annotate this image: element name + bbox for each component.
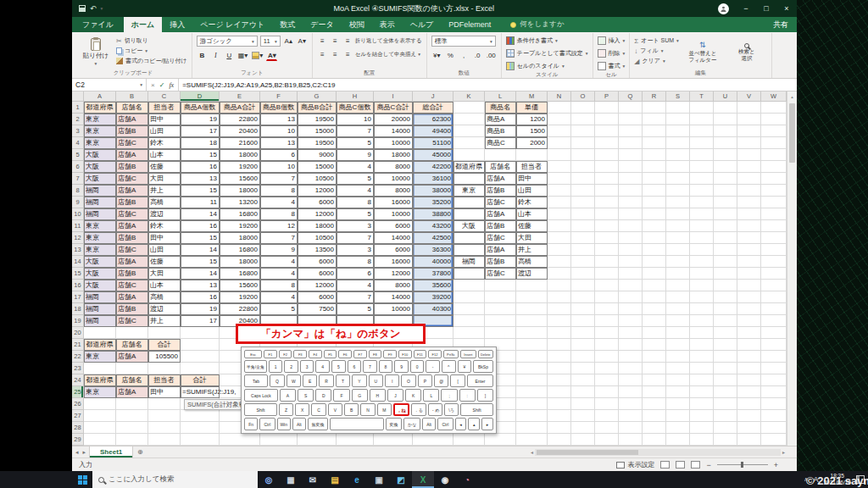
sheet-nav-left-icon[interactable]: ◂ <box>75 449 79 456</box>
cell-V4[interactable] <box>737 137 761 149</box>
cell-J14[interactable]: 40000 <box>413 256 453 268</box>
cell-N19[interactable] <box>548 315 571 327</box>
cell-B4[interactable]: 店舗C <box>116 137 148 149</box>
row-header-4[interactable]: 4 <box>72 137 84 149</box>
cell-U14[interactable] <box>714 256 737 268</box>
normal-view-button[interactable] <box>660 461 670 469</box>
cell-E6[interactable]: 19200 <box>220 161 260 173</box>
cell-H3[interactable]: 7 <box>337 125 374 137</box>
cell-B22[interactable]: 店舗A <box>116 351 148 363</box>
cell-R14[interactable] <box>643 256 666 268</box>
cell-S16[interactable] <box>666 280 690 291</box>
cell-A10[interactable]: 福岡 <box>84 208 116 220</box>
cell-P1[interactable] <box>595 102 619 114</box>
cell-L6[interactable]: 店舗名 <box>485 161 516 173</box>
cell-E18[interactable]: 22800 <box>220 303 260 315</box>
cell-I12[interactable]: 14000 <box>374 232 413 244</box>
cell-N28[interactable] <box>548 422 571 434</box>
cell-M17[interactable] <box>516 291 548 303</box>
cell-W12[interactable] <box>761 232 787 244</box>
col-header-D[interactable]: D <box>181 92 220 102</box>
cell-N16[interactable] <box>548 280 571 291</box>
cell-C22[interactable]: 105500 <box>148 351 181 363</box>
cell-O5[interactable] <box>571 149 595 161</box>
cell-P22[interactable] <box>595 351 619 363</box>
cell-U2[interactable] <box>714 114 737 125</box>
cell-U25[interactable] <box>714 386 737 398</box>
cell-G15[interactable]: 6000 <box>298 268 337 280</box>
maximize-button[interactable]: □ <box>756 0 776 17</box>
row-header-20[interactable]: 20 <box>72 327 84 339</box>
cell-S27[interactable] <box>666 410 690 422</box>
cell-B5[interactable]: 店舗A <box>116 149 148 161</box>
cell-R13[interactable] <box>643 244 666 256</box>
cell-N2[interactable] <box>548 114 571 125</box>
cell-O9[interactable] <box>571 197 595 208</box>
cell-P4[interactable] <box>595 137 619 149</box>
horizontal-scrollbar-thumb[interactable] <box>537 450 638 455</box>
cell-E15[interactable]: 16800 <box>220 268 260 280</box>
cell-D1[interactable]: 商品A個数 <box>181 102 220 114</box>
cell-L4[interactable]: 商品C <box>485 137 516 149</box>
cell-P26[interactable] <box>595 398 619 410</box>
cell-O3[interactable] <box>571 125 595 137</box>
cell-W24[interactable] <box>761 374 787 386</box>
select-all-corner[interactable] <box>72 92 84 102</box>
percent-format-button[interactable]: % <box>445 50 456 61</box>
cell-G9[interactable]: 6000 <box>298 197 337 208</box>
taskbar-app-store[interactable]: ▣ <box>368 471 390 488</box>
tell-me-box[interactable]: 何をしますか <box>510 19 564 30</box>
cell-M12[interactable]: 大田 <box>516 232 548 244</box>
cell-Q5[interactable] <box>619 149 643 161</box>
cell-V2[interactable] <box>737 114 761 125</box>
cell-S6[interactable] <box>666 161 690 173</box>
new-sheet-button[interactable]: ⊕ <box>133 446 147 458</box>
font-color-button[interactable]: A▾ <box>266 50 277 61</box>
row-header-24[interactable]: 24 <box>72 374 84 386</box>
cell-Q3[interactable] <box>619 125 643 137</box>
col-header-Q[interactable]: Q <box>619 92 643 102</box>
cell-U9[interactable] <box>714 197 737 208</box>
cell-D12[interactable]: 15 <box>181 232 220 244</box>
cell-L29[interactable] <box>485 434 516 446</box>
cell-D6[interactable]: 16 <box>181 161 220 173</box>
col-header-W[interactable]: W <box>761 92 787 102</box>
cell-K2[interactable] <box>453 114 485 125</box>
cell-Q20[interactable] <box>619 327 643 339</box>
cell-C24[interactable]: 担当者 <box>148 374 181 386</box>
cell-J2[interactable]: 62300 <box>413 114 453 125</box>
cell-S5[interactable] <box>666 149 690 161</box>
cell-R21[interactable] <box>643 339 666 351</box>
cell-C11[interactable]: 鈴木 <box>148 220 181 232</box>
row-header-2[interactable]: 2 <box>72 114 84 125</box>
cell-O2[interactable] <box>571 114 595 125</box>
cell-S3[interactable] <box>666 125 690 137</box>
cell-T1[interactable] <box>690 102 714 114</box>
cell-L9[interactable]: 店舗C <box>485 197 516 208</box>
cell-B8[interactable]: 店舗A <box>116 185 148 197</box>
cell-W4[interactable] <box>761 137 787 149</box>
align-left-icon[interactable]: ≡ <box>317 49 328 60</box>
cell-B2[interactable]: 店舗A <box>116 114 148 125</box>
cell-C29[interactable] <box>148 434 181 446</box>
scroll-left-icon[interactable]: ◂ <box>531 449 533 455</box>
cell-T29[interactable] <box>690 434 714 446</box>
col-header-J[interactable]: J <box>413 92 453 102</box>
cell-U16[interactable] <box>714 280 737 291</box>
cell-R4[interactable] <box>643 137 666 149</box>
cell-E8[interactable]: 18000 <box>220 185 260 197</box>
enter-icon[interactable]: ✓ <box>159 81 165 89</box>
cell-S10[interactable] <box>666 208 690 220</box>
zoom-out-button[interactable]: − <box>706 461 710 469</box>
cell-P9[interactable] <box>595 197 619 208</box>
cell-J29[interactable] <box>413 434 453 446</box>
cell-R28[interactable] <box>643 422 666 434</box>
cell-P12[interactable] <box>595 232 619 244</box>
cell-F6[interactable]: 10 <box>260 161 298 173</box>
cell-P28[interactable] <box>595 422 619 434</box>
cell-H12[interactable]: 7 <box>337 232 374 244</box>
cell-D11[interactable]: 16 <box>181 220 220 232</box>
cell-O6[interactable] <box>571 161 595 173</box>
row-header-5[interactable]: 5 <box>72 149 84 161</box>
minimize-button[interactable]: − <box>736 0 756 17</box>
